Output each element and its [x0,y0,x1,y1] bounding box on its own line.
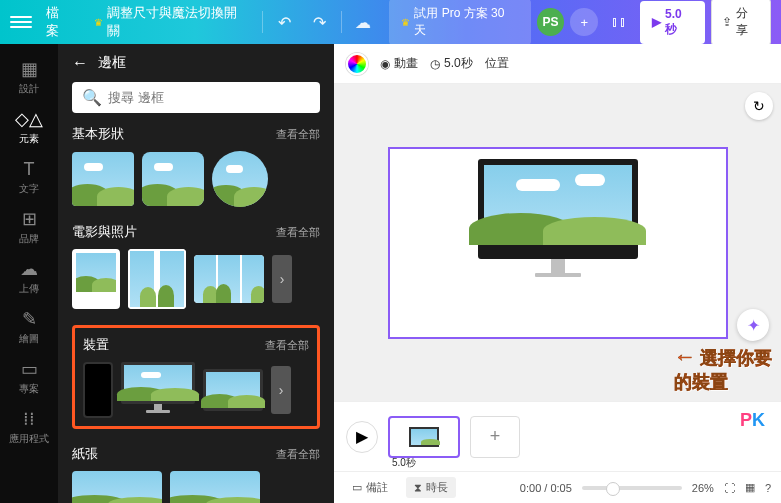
fullscreen-icon[interactable]: ⛶ [724,482,735,494]
search-input[interactable] [108,90,310,105]
resize-label: 調整尺寸與魔法切換開關 [107,4,249,40]
see-all-link[interactable]: 查看全部 [276,447,320,462]
frame-duration-label: 5.0秒 [392,456,416,470]
canvas-page[interactable] [388,147,728,339]
crown-icon: ♛ [401,17,410,28]
back-arrow-icon[interactable]: ← [72,54,88,72]
rail-text[interactable]: T文字 [0,152,58,202]
frame-rounded[interactable] [142,152,204,206]
panel-title: 邊框 [98,54,126,72]
rail-draw[interactable]: ✎繪圖 [0,302,58,352]
color-picker-swatch[interactable] [346,53,368,75]
frame-film-strip[interactable] [194,255,264,303]
canvas-area: ◉動畫 ◷5.0秒 位置 ↻ ✦ 選擇你要的裝置 ▶ [334,44,781,503]
cloud-sync-icon[interactable]: ☁ [348,7,378,37]
frame-polaroid[interactable] [72,249,120,309]
cloud-upload-icon: ☁ [20,258,38,280]
scroll-right-icon[interactable]: › [271,366,291,414]
notes-icon: ▭ [352,481,362,494]
add-page-button[interactable]: + [470,416,520,458]
see-all-link[interactable]: 查看全部 [276,127,320,142]
rail-design[interactable]: ▦設計 [0,52,58,102]
search-box[interactable]: 🔍 [72,82,320,113]
section-basic-shapes: 基本形狀 查看全部 [72,125,320,207]
timeline: ▶ 5.0秒 + PK [334,401,781,471]
undo-icon[interactable]: ↶ [269,7,299,37]
share-button[interactable]: ⇪ 分享 [711,0,771,46]
frame-circle[interactable] [212,151,268,207]
frame-phone[interactable] [83,362,113,418]
timeline-frame-1[interactable]: 5.0秒 [388,416,460,458]
frame-square[interactable] [72,152,134,206]
user-avatar[interactable]: PS [537,8,565,36]
play-icon: ▶ [652,15,661,29]
apps-icon: ⁞⁞ [23,408,35,430]
section-film-photos: 電影與照片 查看全部 › [72,223,320,309]
timeline-icon: ⧗ [414,481,422,494]
section-title: 電影與照片 [72,223,137,241]
try-pro-button[interactable]: ♛ 試用 Pro 方案 30 天 [389,0,530,45]
rail-apps[interactable]: ⁞⁞應用程式 [0,402,58,452]
animate-icon: ◉ [380,57,390,71]
frame-desktop-monitor[interactable] [121,362,195,418]
analytics-icon[interactable]: ⫾⫾ [604,7,634,37]
brand-icon: ⊞ [22,208,37,230]
section-paper: 紙張 查看全部 [72,445,320,503]
watermark: PK [740,410,765,431]
section-devices: 裝置 查看全部 › [72,325,320,429]
grid-view-icon[interactable]: ▦ [745,481,755,494]
top-bar: 檔案 ♛ 調整尺寸與魔法切換開關 ↶ ↷ ☁ ♛ 試用 Pro 方案 30 天 … [0,0,781,44]
section-title: 基本形狀 [72,125,124,143]
scroll-right-icon[interactable]: › [272,255,292,303]
rotate-reset-icon[interactable]: ↻ [745,92,773,120]
rail-upload[interactable]: ☁上傳 [0,252,58,302]
help-icon[interactable]: ? [765,482,771,494]
pro-label: 試用 Pro 方案 30 天 [414,5,518,39]
timeline-play-button[interactable]: ▶ [346,421,378,453]
divider [341,11,342,33]
upload-icon: ⇪ [722,15,732,29]
crown-icon: ♛ [94,17,103,28]
duration-button[interactable]: ◷5.0秒 [430,55,473,72]
divider [262,11,263,33]
play-duration: 5.0秒 [665,7,693,38]
frame-split-double[interactable] [128,249,186,309]
rail-brand[interactable]: ⊞品牌 [0,202,58,252]
duration-button[interactable]: ⧗時長 [406,477,456,498]
time-display: 0:00 / 0:05 [520,482,572,494]
shapes-icon: ◇△ [15,108,43,130]
zoom-slider[interactable] [582,486,682,490]
pencil-icon: ✎ [22,308,37,330]
canvas-toolbar: ◉動畫 ◷5.0秒 位置 [334,44,781,84]
position-button[interactable]: 位置 [485,55,509,72]
zoom-level: 26% [692,482,714,494]
text-icon: T [24,159,35,180]
section-title: 裝置 [83,336,109,354]
notes-button[interactable]: ▭備註 [344,477,396,498]
frame-paper-torn[interactable] [72,471,162,503]
animate-button[interactable]: ◉動畫 [380,55,418,72]
see-all-link[interactable]: 查看全部 [265,338,309,353]
see-all-link[interactable]: 查看全部 [276,225,320,240]
preview-play-button[interactable]: ▶ 5.0秒 [640,1,705,44]
frame-tablet[interactable] [203,369,263,411]
redo-icon[interactable]: ↷ [305,7,335,37]
magic-sparkle-button[interactable]: ✦ [737,309,769,341]
left-rail: ▦設計 ◇△元素 T文字 ⊞品牌 ☁上傳 ✎繪圖 ▭專案 ⁞⁞應用程式 [0,44,58,503]
folder-icon: ▭ [21,358,38,380]
share-label: 分享 [736,5,760,39]
rail-elements[interactable]: ◇△元素 [0,102,58,152]
file-menu[interactable]: 檔案 [38,0,80,44]
bottom-bar: ▭備註 ⧗時長 0:00 / 0:05 26% ⛶ ▦ ? [334,471,781,503]
frame-paper[interactable] [170,471,260,503]
hamburger-menu-icon[interactable] [10,11,32,33]
clock-icon: ◷ [430,57,440,71]
tutorial-annotation: 選擇你要的裝置 [674,344,781,394]
template-icon: ▦ [21,58,38,80]
resize-magic-switch[interactable]: ♛ 調整尺寸與魔法切換開關 [86,0,257,44]
search-icon: 🔍 [82,88,102,107]
section-title: 紙張 [72,445,98,463]
add-member-button[interactable]: + [570,8,598,36]
imac-frame-element[interactable] [478,159,638,277]
rail-project[interactable]: ▭專案 [0,352,58,402]
